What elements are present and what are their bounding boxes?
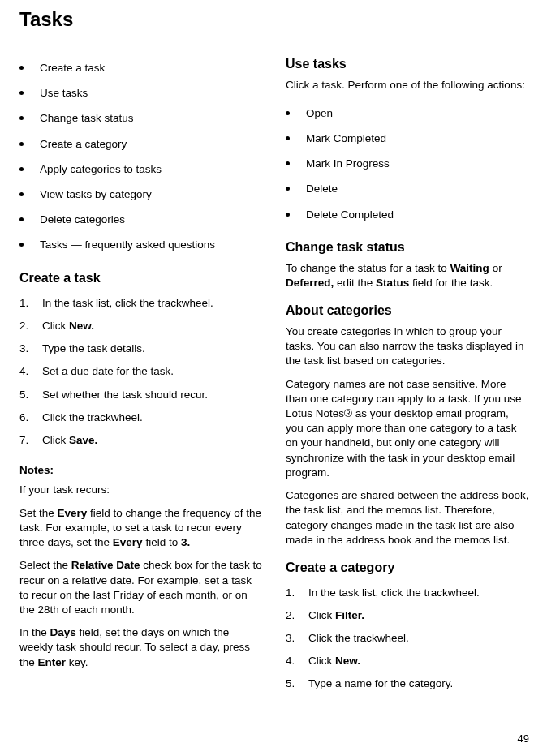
toc-item[interactable]: Tasks — frequently asked questions [19,233,263,258]
step-text: Click Filter. [308,608,364,623]
step: 3.Click the trackwheel. [286,627,529,650]
step: 3.Type the task details. [19,337,263,360]
action-label: Mark In Progress [306,157,390,171]
step: 1.In the task list, click the trackwheel… [19,292,263,315]
page-number: 49 [518,732,529,746]
create-category-steps: 1.In the task list, click the trackwheel… [286,582,529,696]
use-tasks-intro: Click a task. Perform one of the followi… [286,78,529,92]
toc-item[interactable]: Create a task [19,55,263,80]
step-text: Click New. [308,654,360,668]
step-text: Type a name for the category. [308,677,453,691]
create-category-heading: Create a category [286,559,529,577]
two-column-layout: Create a task Use tasks Change task stat… [19,55,529,695]
step: 4.Set a due date for the task. [19,360,263,383]
bullet-icon [19,142,24,146]
step-number: 5. [286,677,308,691]
toc-label: Change task status [40,111,134,126]
note-paragraph: Select the Relative Date check box for t… [19,558,263,617]
step: 6.Click the trackwheel. [19,406,263,429]
bullet-icon [19,167,24,171]
toc-item[interactable]: Create a category [19,131,263,157]
bullet-icon [19,192,24,196]
bullet-icon [19,116,24,120]
step-number: 4. [19,364,42,379]
notes-intro: If your task recurs: [19,483,263,497]
about-categories-p3: Categories are shared between the addres… [286,488,529,548]
use-tasks-heading: Use tasks [286,55,529,73]
step-number: 1. [19,296,42,311]
step: 2.Click Filter. [286,604,529,627]
step: 7.Click Save. [19,429,263,452]
action-label: Mark Completed [306,131,386,146]
step-text: Click New. [42,319,94,333]
bullet-icon [19,243,24,247]
step-text: In the task list, click the trackwheel. [308,586,480,600]
action-item: Mark Completed [286,126,529,151]
bullet-icon [286,161,290,165]
step-number: 2. [19,319,42,333]
table-of-contents: Create a task Use tasks Change task stat… [19,55,263,258]
bullet-icon [19,217,24,221]
create-task-steps: 1.In the task list, click the trackwheel… [19,292,263,453]
change-status-text: To change the status for a task to Waiti… [286,261,529,290]
step-text: Type the task details. [42,341,145,356]
action-list: Open Mark Completed Mark In Progress Del… [286,101,529,227]
change-status-heading: Change task status [286,238,529,256]
toc-label: Create a category [40,137,127,152]
about-categories-heading: About categories [286,302,529,320]
step-text: Set a due date for the task. [42,364,174,379]
action-item: Mark In Progress [286,152,529,177]
about-categories-p1: You create categories in which to group … [286,324,529,369]
step: 4.Click New. [286,650,529,672]
note-paragraph: In the Days field, set the days on which… [19,625,263,670]
step-text: Click the trackwheel. [42,410,143,425]
step-text: Click the trackwheel. [308,631,409,646]
bullet-icon [19,66,24,70]
action-item: Delete Completed [286,202,529,227]
about-categories-p2: Category names are not case sensitive. M… [286,377,529,481]
toc-item[interactable]: Change task status [19,106,263,131]
step: 2.Click New. [19,315,263,337]
page-title: Tasks [19,6,529,32]
toc-label: Tasks — frequently asked questions [40,238,215,252]
step: 5.Set whether the task should recur. [19,384,263,406]
step-text: Set whether the task should recur. [42,388,208,402]
step-number: 3. [19,341,42,356]
action-item: Open [286,101,529,126]
toc-label: Use tasks [40,86,88,101]
toc-label: Delete categories [40,213,125,227]
bullet-icon [286,213,290,217]
left-column: Create a task Use tasks Change task stat… [19,55,263,695]
step-number: 7. [19,433,42,448]
step-number: 3. [286,631,308,646]
step: 1.In the task list, click the trackwheel… [286,582,529,604]
bullet-icon [286,187,290,191]
toc-label: Create a task [40,61,105,75]
step-number: 1. [286,586,308,600]
bullet-icon [286,136,290,140]
toc-label: Apply categories to tasks [40,162,162,177]
toc-item[interactable]: Apply categories to tasks [19,157,263,182]
step-number: 6. [19,410,42,425]
bullet-icon [286,111,290,115]
toc-item[interactable]: Use tasks [19,81,263,106]
note-paragraph: Set the Every field to change the freque… [19,506,263,551]
toc-item[interactable]: View tasks by category [19,182,263,207]
action-label: Delete [306,182,338,196]
toc-item[interactable]: Delete categories [19,208,263,233]
step: 5.Type a name for the category. [286,672,529,695]
action-label: Open [306,106,333,121]
action-item: Delete [286,177,529,202]
bullet-icon [19,91,24,95]
step-number: 4. [286,654,308,668]
step-number: 5. [19,388,42,402]
toc-label: View tasks by category [40,187,152,202]
step-text: Click Save. [42,433,97,448]
step-number: 2. [286,608,308,623]
notes-heading: Notes: [19,463,263,478]
action-label: Delete Completed [306,208,394,222]
right-column: Use tasks Click a task. Perform one of t… [286,55,529,695]
create-task-heading: Create a task [19,269,263,287]
step-text: In the task list, click the trackwheel. [42,296,213,311]
